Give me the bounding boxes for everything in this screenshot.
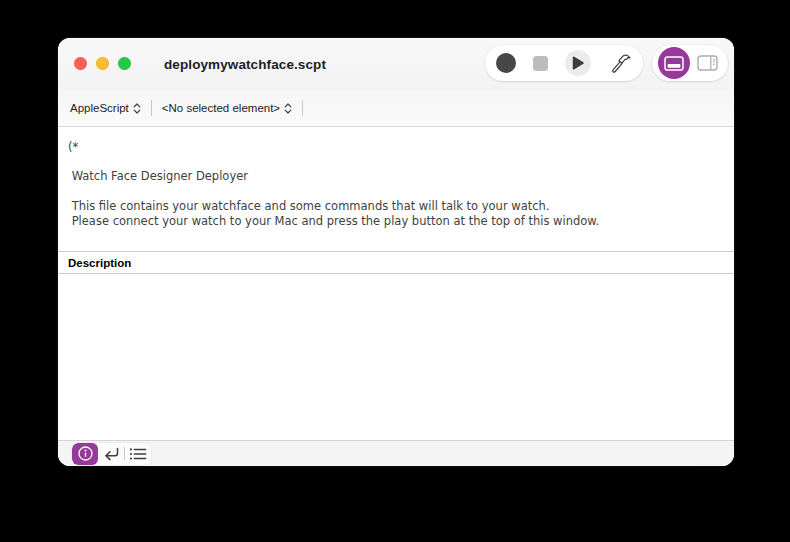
log-tab-button[interactable] xyxy=(125,443,151,465)
compile-button[interactable] xyxy=(608,51,632,75)
compile-hammer-icon xyxy=(608,51,632,75)
element-popup-label: <No selected element> xyxy=(162,102,280,114)
stop-icon xyxy=(533,56,548,71)
accessory-bar xyxy=(58,440,734,466)
navigation-bar: AppleScript <No selected element> xyxy=(58,90,734,127)
log-list-icon xyxy=(129,447,147,461)
script-editor-area[interactable]: (* Watch Face Designer Deployer This fil… xyxy=(58,127,734,251)
accessory-view-switcher xyxy=(72,443,151,465)
minimize-button[interactable] xyxy=(96,57,109,70)
script-editor-window: deploymywatchface.scpt xyxy=(58,38,734,466)
result-tab-button[interactable] xyxy=(98,443,124,465)
chevron-up-down-icon xyxy=(284,103,292,114)
element-popup[interactable]: <No selected element> xyxy=(160,100,294,116)
traffic-lights xyxy=(74,57,131,70)
navbar-divider xyxy=(151,100,152,116)
zoom-button[interactable] xyxy=(118,57,131,70)
result-return-icon xyxy=(102,446,121,461)
record-button[interactable] xyxy=(496,53,516,73)
play-icon xyxy=(565,50,591,76)
show-sidebar-button[interactable] xyxy=(692,48,722,78)
show-sidebar-icon xyxy=(697,55,718,71)
description-header: Description xyxy=(58,251,734,274)
stop-button[interactable] xyxy=(533,56,548,71)
run-button[interactable] xyxy=(565,50,591,76)
navbar-divider xyxy=(302,100,303,116)
close-button[interactable] xyxy=(74,57,87,70)
run-controls-group xyxy=(485,45,643,81)
description-header-label: Description xyxy=(68,257,131,269)
description-panel[interactable] xyxy=(58,275,734,440)
chevron-up-down-icon xyxy=(133,103,141,114)
script-code[interactable]: (* Watch Face Designer Deployer This fil… xyxy=(58,127,734,228)
desktop-background: { "window": { "title": "deploymywatchfac… xyxy=(0,0,790,542)
description-tab-button[interactable] xyxy=(72,443,98,465)
description-info-icon xyxy=(77,445,94,462)
titlebar: deploymywatchface.scpt xyxy=(58,38,734,90)
language-popup-label: AppleScript xyxy=(70,102,129,114)
show-bottom-panel-icon xyxy=(658,47,690,79)
record-icon xyxy=(496,53,516,73)
language-popup[interactable]: AppleScript xyxy=(68,100,143,116)
window-title: deploymywatchface.scpt xyxy=(164,38,326,90)
view-controls-group xyxy=(652,45,728,81)
show-bottom-panel-button[interactable] xyxy=(658,47,690,79)
